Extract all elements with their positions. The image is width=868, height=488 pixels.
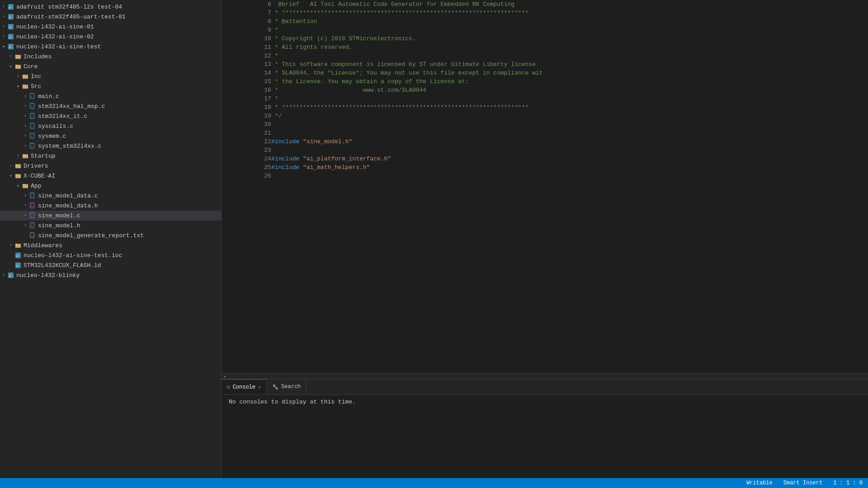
tree-arrow-adafruit-stm32f405-test04[interactable] <box>0 3 7 10</box>
tree-item-startup[interactable]: Startup <box>0 151 221 161</box>
tree-arrow-nucleo-l432-ai-sine-02[interactable] <box>0 33 7 40</box>
line-content-19[interactable]: */ <box>271 112 868 120</box>
tree-arrow-sine-model-data-c[interactable] <box>22 192 29 199</box>
line-content-16[interactable]: * www.st.com/SLA0044 <box>271 86 868 94</box>
tree-label-drivers: Drivers <box>24 163 217 169</box>
tree-arrow-src[interactable] <box>14 83 22 90</box>
tree-item-adafruit-stm32f405-uart[interactable]: p adafruit-stm32f405-uart-test-01 <box>0 12 221 22</box>
tree-arrow-sine-model-h[interactable] <box>22 222 29 229</box>
line-content-20[interactable] <box>271 120 868 129</box>
tree-item-nucleo-blinky[interactable]: p nucleo-l432-blinky <box>0 270 221 280</box>
line-content-10[interactable]: * Copyright (c) 2018 STMicroelectronics. <box>271 34 868 43</box>
tree-arrow-sine-model-c[interactable] <box>22 212 29 219</box>
tree-item-stm32l4xx-it-c[interactable]: c stm32l4xx_it.c <box>0 111 221 121</box>
line-content-12[interactable]: * <box>271 52 868 60</box>
console-tab-console[interactable]: ⊟Console✕ <box>222 379 267 394</box>
status-smart-insert[interactable]: Smart Insert <box>783 480 822 486</box>
tree-item-adafruit-stm32f405-test04[interactable]: p adafruit stm32f405-l2s test-04 <box>0 2 221 12</box>
code-line-20: 20 <box>222 120 868 129</box>
tree-item-sine-model-data-h[interactable]: h sine_model_data.h <box>0 201 221 211</box>
line-content-17[interactable]: * <box>271 94 868 103</box>
tree-item-stm32-ld[interactable]: p STM32L432KCUX_FLASH.ld <box>0 260 221 270</box>
tree-arrow-sine-model-data-h[interactable] <box>22 202 29 209</box>
tree-item-stm32l4xx-hal-msp-c[interactable]: c stm32l4xx_hal_msp.c <box>0 101 221 111</box>
tree-arrow-adafruit-stm32f405-uart[interactable] <box>0 13 7 20</box>
tree-item-sysmem-c[interactable]: c sysmem.c <box>0 131 221 141</box>
line-content-14[interactable]: * SLA0044, the "License"; You may not us… <box>271 69 868 77</box>
tree-item-nucleo-l432-ai-sine-test[interactable]: p nucleo-l432-ai-sine-test <box>0 42 221 52</box>
tree-item-drivers[interactable]: Drivers <box>0 161 221 171</box>
tree-item-syscalls-c[interactable]: c syscalls.c <box>0 121 221 131</box>
tree-label-sine-model-data-c: sine_model_data.c <box>38 192 217 199</box>
status-bar: Writable Smart Insert 1 : 1 : 0 <box>0 478 868 488</box>
tree-icon-sine-model-report: txt <box>29 232 36 239</box>
tree-label-adafruit-stm32f405-test04: adafruit stm32f405-l2s test-04 <box>16 4 217 10</box>
line-content-6[interactable]: @brief AI Tool Automatic Code Generator … <box>271 0 868 9</box>
tree-item-main-c[interactable]: c main.c <box>0 91 221 101</box>
line-content-8[interactable]: * @attention <box>271 17 868 26</box>
line-content-7[interactable]: * **************************************… <box>271 9 868 17</box>
tree-arrow-main-c[interactable] <box>22 93 29 100</box>
tree-item-xcube-ai[interactable]: X-CUBE-AI <box>0 171 221 181</box>
tree-arrow-stm32l4xx-hal-msp-c[interactable] <box>22 103 29 110</box>
line-content-25[interactable]: #include "ai_math_helpers.h" <box>271 163 868 172</box>
tree-item-middlewares[interactable]: Middlewares <box>0 240 221 250</box>
line-content-9[interactable]: * <box>271 26 868 34</box>
status-position[interactable]: 1 : 1 : 0 <box>833 480 863 486</box>
tree-item-app[interactable]: App <box>0 181 221 191</box>
tree-arrow-drivers[interactable] <box>7 162 14 169</box>
tree-label-xcube-ai: X-CUBE-AI <box>24 173 217 179</box>
line-content-15[interactable]: * the License. You may obtain a copy of … <box>271 77 868 86</box>
tree-arrow-sysmem-c[interactable] <box>22 132 29 140</box>
line-content-11[interactable]: * All rights reserved. <box>271 43 868 52</box>
tree-arrow-nucleo-l432-ai-sine-test[interactable] <box>0 43 7 50</box>
tree-item-sine-model-h[interactable]: h sine_model.h <box>0 221 221 230</box>
tree-icon-adafruit-stm32f405-uart: p <box>7 13 14 20</box>
svg-text:c: c <box>31 115 33 118</box>
code-editor[interactable]: 6 @brief AI Tool Automatic Code Generato… <box>222 0 868 373</box>
scroll-left-icon[interactable]: ◂ <box>223 374 226 379</box>
tree-item-system-stm32l4xx-c[interactable]: c system_stm32l4xx.c <box>0 141 221 151</box>
console-content: No consoles to display at this time. <box>222 395 868 478</box>
tree-item-nucleo-l432-ai-sine-01[interactable]: p nucleo-l432-ai-sine-01 <box>0 22 221 32</box>
svg-text:c: c <box>31 105 33 108</box>
tree-item-sine-model-c[interactable]: c sine_model.c <box>0 211 221 221</box>
tree-arrow-nucleo-blinky[interactable] <box>0 272 7 279</box>
tree-arrow-stm32l4xx-it-c[interactable] <box>22 113 29 120</box>
tree-item-nucleo-ioc[interactable]: p nucleo-l432-ai-sine-test.ioc <box>0 250 221 260</box>
tree-arrow-nucleo-l432-ai-sine-01[interactable] <box>0 23 7 30</box>
tree-arrow-inc[interactable] <box>14 73 22 80</box>
tree-icon-sine-model-data-c: c <box>29 192 36 199</box>
tree-arrow-xcube-ai[interactable] <box>7 172 14 179</box>
line-content-26[interactable] <box>271 172 868 180</box>
tree-item-includes[interactable]: Includes <box>0 52 221 61</box>
tree-arrow-syscalls-c[interactable] <box>22 122 29 130</box>
tree-item-core[interactable]: Core <box>0 61 221 71</box>
tree-arrow-startup[interactable] <box>14 152 22 160</box>
tree-item-sine-model-data-c[interactable]: c sine_model_data.c <box>0 191 221 201</box>
tree-item-src[interactable]: Src <box>0 81 221 91</box>
line-content-21[interactable] <box>271 129 868 137</box>
tree-icon-sine-model-c: c <box>29 212 36 219</box>
tree-arrow-app[interactable] <box>14 182 22 189</box>
line-content-13[interactable]: * This software component is licensed by… <box>271 60 868 69</box>
line-content-23[interactable] <box>271 146 868 155</box>
horizontal-scrollbar[interactable]: ◂ <box>222 373 868 379</box>
code-line-23: 23 <box>222 146 868 155</box>
line-number-16: 16 <box>222 86 271 94</box>
tree-arrow-system-stm32l4xx-c[interactable] <box>22 142 29 150</box>
tree-arrow-includes[interactable] <box>7 53 14 60</box>
line-content-18[interactable]: * **************************************… <box>271 103 868 112</box>
console-tab-search[interactable]: 🔧Search <box>267 379 307 394</box>
line-content-22[interactable]: #include "sine_model.h" <box>271 137 868 146</box>
line-number-13: 13 <box>222 60 271 69</box>
svg-text:c: c <box>31 95 33 98</box>
status-writable[interactable]: Writable <box>746 480 773 486</box>
tree-item-nucleo-l432-ai-sine-02[interactable]: p nucleo-l432-ai-sine-02 <box>0 32 221 42</box>
tree-item-sine-model-report[interactable]: txt sine_model_generate_report.txt <box>0 230 221 240</box>
line-content-24[interactable]: #include "ai_platform_interface.h" <box>271 155 868 163</box>
tree-arrow-middlewares[interactable] <box>7 242 14 249</box>
console-tab-close-console[interactable]: ✕ <box>258 385 261 390</box>
tree-item-inc[interactable]: Inc <box>0 71 221 81</box>
tree-arrow-core[interactable] <box>7 63 14 70</box>
